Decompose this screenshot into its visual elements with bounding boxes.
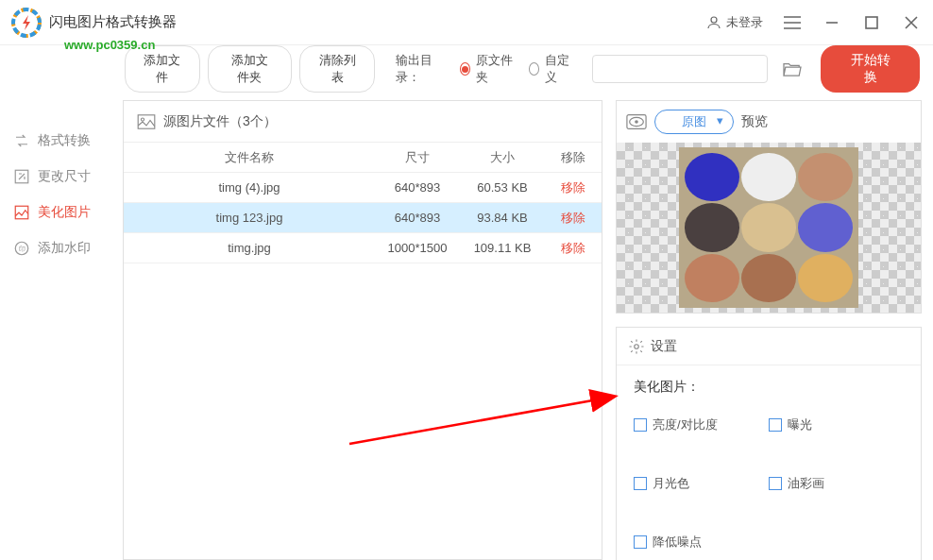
table-row[interactable]: timg (4).jpg 640*893 60.53 KB 移除 <box>124 173 602 203</box>
preview-box: 原图 预览 <box>616 100 922 314</box>
file-name: timg (4).jpg <box>124 180 375 195</box>
remove-link[interactable]: 移除 <box>545 240 602 257</box>
preview-mode-select[interactable]: 原图 <box>654 110 734 134</box>
sidebar-item-resize[interactable]: 更改尺寸 <box>0 159 111 195</box>
user-icon <box>705 14 722 31</box>
checkbox-grid: 亮度/对比度 曝光 月光色 油彩画 <box>617 399 921 560</box>
checkbox-icon <box>634 535 647 549</box>
svg-point-12 <box>635 120 638 124</box>
file-name: timg.jpg <box>124 241 375 255</box>
checkbox-label: 曝光 <box>788 416 812 433</box>
login-link[interactable]: 未登录 <box>705 14 763 31</box>
maximize-button[interactable] <box>861 12 882 33</box>
file-size: 1000*1500 <box>375 241 460 255</box>
col-del-header: 移除 <box>545 149 602 166</box>
content: 源图片文件（3个） 文件名称 尺寸 大小 移除 timg (4).jpg 640… <box>111 93 933 560</box>
file-panel-header: 源图片文件（3个） <box>124 101 602 143</box>
logo: 闪电图片格式转换器 <box>11 8 177 38</box>
menu-button[interactable] <box>782 12 803 33</box>
checkbox-exposure[interactable]: 曝光 <box>769 416 904 433</box>
sidebar-item-label: 更改尺寸 <box>38 168 91 185</box>
table-header: 文件名称 尺寸 大小 移除 <box>124 143 602 173</box>
svg-point-13 <box>635 344 639 348</box>
preview-thumbnail <box>679 147 858 308</box>
col-size-header: 尺寸 <box>375 149 460 166</box>
sidebar-item-label: 美化图片 <box>38 204 91 221</box>
file-name: timg 123.jpg <box>124 211 375 225</box>
svg-rect-8 <box>138 114 155 127</box>
checkbox-moonlight[interactable]: 月光色 <box>634 475 769 492</box>
folder-open-icon <box>782 60 803 77</box>
clear-list-button[interactable]: 清除列表 <box>299 45 375 93</box>
checkbox-oilpaint[interactable]: 油彩画 <box>769 475 904 492</box>
minimize-icon <box>825 16 839 29</box>
sidebar-item-convert[interactable]: 格式转换 <box>0 123 111 159</box>
svg-rect-5 <box>15 206 28 219</box>
settings-title: 设置 <box>651 338 677 355</box>
checkbox-icon <box>769 418 782 432</box>
close-icon <box>905 16 918 29</box>
settings-box: 设置 美化图片： 亮度/对比度 曝光 月光色 <box>616 327 922 560</box>
settings-subtitle: 美化图片： <box>617 365 921 399</box>
checkbox-icon <box>634 477 647 490</box>
output-dir-label: 输出目录： <box>396 52 445 86</box>
preview-image <box>617 143 921 313</box>
app-logo-icon <box>11 8 42 38</box>
file-panel: 源图片文件（3个） 文件名称 尺寸 大小 移除 timg (4).jpg 640… <box>123 100 602 560</box>
eye-icon <box>626 113 647 130</box>
hamburger-icon <box>784 16 801 29</box>
sidebar-item-beautify[interactable]: 美化图片 <box>0 195 111 230</box>
login-label: 未登录 <box>726 14 763 31</box>
browse-folder-button[interactable] <box>781 55 804 83</box>
file-size: 640*893 <box>375 211 460 225</box>
col-name-header: 文件名称 <box>124 149 375 166</box>
beautify-icon <box>13 204 30 221</box>
output-path-input[interactable] <box>592 55 768 83</box>
radio-source-label: 原文件夹 <box>476 52 514 86</box>
sidebar-item-watermark[interactable]: 印 添加水印 <box>0 230 111 266</box>
svg-point-9 <box>141 118 144 121</box>
checkbox-label: 月光色 <box>653 475 689 492</box>
sidebar: 格式转换 更改尺寸 美化图片 印 添加水印 <box>0 93 111 560</box>
radio-custom-label: 自定义 <box>545 52 573 86</box>
add-file-button[interactable]: 添加文件 <box>125 45 200 93</box>
toolbar: 添加文件 添加文件夹 清除列表 输出目录： 原文件夹 自定义 开始转换 <box>0 45 933 93</box>
file-bytes: 109.11 KB <box>460 241 545 255</box>
remove-link[interactable]: 移除 <box>545 210 602 227</box>
image-icon <box>137 114 156 129</box>
col-bytes-header: 大小 <box>460 149 545 166</box>
radio-checked-icon <box>460 62 470 76</box>
remove-link[interactable]: 移除 <box>545 179 602 196</box>
checkbox-brightness[interactable]: 亮度/对比度 <box>634 416 769 433</box>
start-convert-button[interactable]: 开始转换 <box>821 45 920 93</box>
add-folder-button[interactable]: 添加文件夹 <box>208 45 293 93</box>
table-row[interactable]: timg.jpg 1000*1500 109.11 KB 移除 <box>124 233 602 263</box>
preview-value: 原图 <box>682 114 706 128</box>
svg-rect-3 <box>866 17 877 28</box>
svg-point-2 <box>711 17 717 23</box>
preview-header: 原图 预览 <box>617 101 921 143</box>
app-title: 闪电图片格式转换器 <box>49 13 177 31</box>
table-row[interactable]: timg 123.jpg 640*893 93.84 KB 移除 <box>124 203 602 233</box>
watermark-text: www.pc0359.cn <box>64 38 155 52</box>
minimize-button[interactable] <box>822 12 842 33</box>
checkbox-icon <box>769 477 782 490</box>
sidebar-item-label: 添加水印 <box>38 240 91 257</box>
maximize-icon <box>865 16 878 29</box>
file-bytes: 60.53 KB <box>460 180 545 195</box>
resize-icon <box>13 168 30 185</box>
close-button[interactable] <box>901 12 922 33</box>
radio-source-folder[interactable]: 原文件夹 <box>460 52 514 86</box>
checkbox-label: 降低噪点 <box>653 534 702 551</box>
file-panel-title: 源图片文件（3个） <box>163 113 277 130</box>
preview-label: 预览 <box>741 113 768 130</box>
file-bytes: 93.84 KB <box>460 211 545 225</box>
checkbox-label: 亮度/对比度 <box>653 416 718 433</box>
checkbox-denoise[interactable]: 降低噪点 <box>634 534 769 551</box>
file-size: 640*893 <box>375 180 460 195</box>
radio-custom-folder[interactable]: 自定义 <box>529 52 573 86</box>
convert-icon <box>13 132 30 149</box>
gear-icon <box>628 338 645 355</box>
main: 格式转换 更改尺寸 美化图片 印 添加水印 源图片文件（3个） 文件名称 尺寸 … <box>0 93 933 560</box>
watermark-icon: 印 <box>13 240 30 257</box>
